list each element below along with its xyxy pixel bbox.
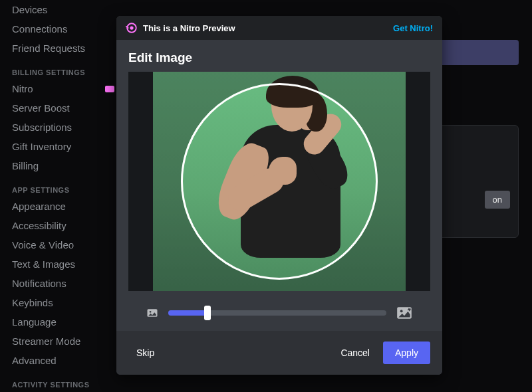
nitro-preview-text: This is a Nitro Preview: [143, 23, 235, 33]
sidebar-item-keybinds[interactable]: Keybinds: [12, 293, 114, 312]
sidebar-item-server-boost[interactable]: Server Boost: [12, 98, 114, 118]
settings-sidebar: Devices Connections Friend Requests BILL…: [0, 0, 120, 392]
sidebar-item-devices[interactable]: Devices: [12, 0, 114, 19]
sidebar-item-subscriptions[interactable]: Subscriptions: [12, 118, 114, 137]
background-banner: [432, 40, 519, 65]
sidebar-item-accessibility[interactable]: Accessibility: [12, 216, 114, 235]
sidebar-item-friend-requests[interactable]: Friend Requests: [12, 39, 114, 58]
nitro-badge-icon: [105, 86, 114, 92]
image-crop-stage[interactable]: [128, 72, 430, 291]
nitro-icon: [126, 22, 138, 34]
zoom-slider-row: [116, 291, 442, 331]
svg-point-1: [130, 26, 133, 29]
image-large-icon: [396, 304, 413, 322]
sidebar-item-streamer-mode[interactable]: Streamer Mode: [12, 332, 114, 351]
avatar-preview-image[interactable]: [153, 72, 406, 291]
sidebar-item-billing[interactable]: Billing: [12, 156, 114, 175]
sidebar-header-app: APP SETTINGS: [12, 175, 114, 197]
zoom-slider-thumb[interactable]: [204, 306, 211, 320]
sidebar-item-connections[interactable]: Connections: [12, 19, 114, 39]
modal-title: Edit Image: [128, 50, 430, 65]
svg-point-5: [400, 310, 403, 312]
sidebar-item-language[interactable]: Language: [12, 312, 114, 332]
get-nitro-link[interactable]: Get Nitro!: [393, 23, 433, 33]
background-partial-button[interactable]: on: [485, 191, 510, 209]
sidebar-item-nitro[interactable]: Nitro: [12, 79, 114, 98]
image-small-icon: [146, 306, 159, 320]
svg-point-3: [150, 311, 152, 313]
nitro-preview-banner: This is a Nitro Preview Get Nitro!: [116, 16, 442, 40]
sidebar-item-voice-video[interactable]: Voice & Video: [12, 235, 114, 254]
sidebar-item-text-images[interactable]: Text & Images: [12, 254, 114, 274]
skip-button[interactable]: Skip: [128, 342, 162, 363]
background-card: on: [432, 125, 519, 238]
zoom-slider[interactable]: [168, 310, 386, 316]
modal-footer: Skip Cancel Apply: [116, 331, 442, 375]
apply-button[interactable]: Apply: [383, 342, 430, 364]
sidebar-header-activity: ACTIVITY SETTINGS: [12, 370, 114, 391]
sidebar-item-notifications[interactable]: Notifications: [12, 274, 114, 293]
sidebar-item-advanced[interactable]: Advanced: [12, 351, 114, 370]
zoom-slider-fill: [168, 310, 207, 316]
edit-image-modal: This is a Nitro Preview Get Nitro! Edit …: [116, 16, 442, 375]
sidebar-header-billing: BILLING SETTINGS: [12, 58, 114, 79]
background-profile-panel: on: [432, 40, 519, 239]
modal-header: Edit Image: [116, 40, 442, 72]
sidebar-item-appearance[interactable]: Appearance: [12, 197, 114, 216]
cancel-button[interactable]: Cancel: [332, 342, 378, 363]
sidebar-item-gift-inventory[interactable]: Gift Inventory: [12, 137, 114, 156]
